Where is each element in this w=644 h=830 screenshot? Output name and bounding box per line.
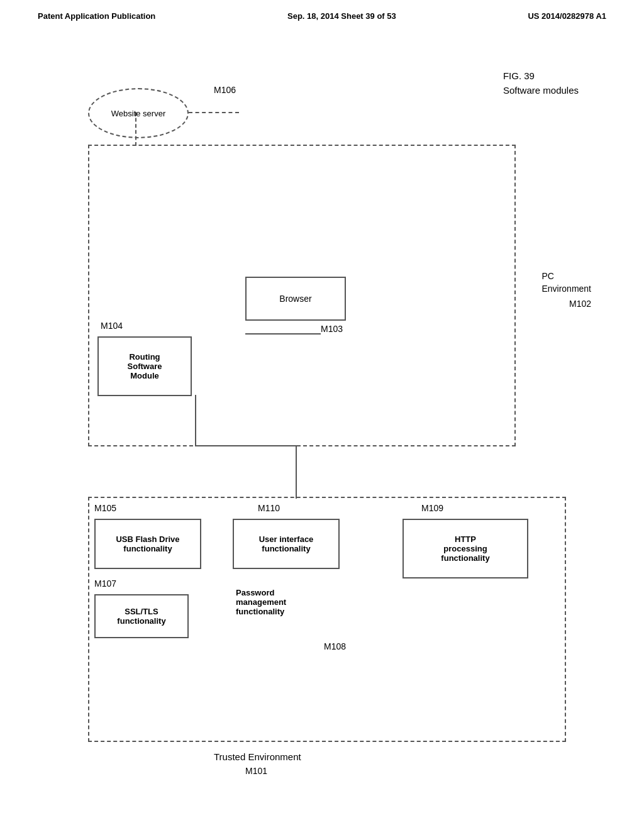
m110-label: M110 bbox=[258, 503, 280, 513]
ui-label: User interfacefunctionality bbox=[259, 534, 314, 553]
browser-box: Browser bbox=[245, 277, 346, 321]
m105-label: M105 bbox=[94, 503, 116, 513]
http-label: HTTPprocessingfunctionality bbox=[441, 534, 489, 563]
header-right: US 2014/0282978 A1 bbox=[528, 11, 606, 21]
routing-label: RoutingSoftwareModule bbox=[128, 352, 162, 380]
m103-line bbox=[245, 333, 321, 335]
m108-label: M108 bbox=[324, 641, 346, 651]
m107-label: M107 bbox=[94, 578, 116, 589]
m104-label: M104 bbox=[101, 321, 123, 331]
ssl-tls-box: SSL/TLSfunctionality bbox=[94, 594, 189, 638]
connector-vertical bbox=[296, 445, 297, 499]
usb-flash-drive-box: USB Flash Drivefunctionality bbox=[94, 519, 201, 569]
page-header: Patent Application Publication Sep. 18, … bbox=[0, 0, 644, 21]
m102-label: M102 bbox=[569, 299, 591, 309]
connector-h1 bbox=[195, 445, 296, 446]
header-left: Patent Application Publication bbox=[38, 11, 155, 21]
browser-label: Browser bbox=[279, 294, 311, 304]
pc-env-text: PCEnvironment bbox=[541, 270, 591, 295]
user-interface-box: User interfacefunctionality bbox=[233, 519, 340, 569]
website-server-ellipse: Website server bbox=[88, 88, 189, 138]
m106-dashed-line bbox=[189, 112, 239, 113]
password-label: Passwordmanagementfunctionality bbox=[236, 588, 286, 616]
dashed-conn-top bbox=[135, 112, 136, 146]
m101-label: M101 bbox=[245, 766, 267, 776]
pc-env-label: PCEnvironment bbox=[541, 270, 591, 295]
m109-label: M109 bbox=[421, 503, 443, 513]
connector-v1 bbox=[195, 395, 196, 446]
trusted-env-label: Trusted Environment bbox=[214, 751, 301, 762]
routing-software-module-box: RoutingSoftwareModule bbox=[97, 336, 192, 396]
ssl-label: SSL/TLSfunctionality bbox=[117, 607, 165, 626]
password-management-box: Passwordmanagementfunctionality bbox=[233, 585, 340, 645]
website-server-label: Website server bbox=[111, 109, 165, 118]
usb-label: USB Flash Drivefunctionality bbox=[116, 534, 179, 553]
fig-subtitle: Software modules bbox=[503, 84, 579, 98]
header-middle: Sep. 18, 2014 Sheet 39 of 53 bbox=[287, 11, 396, 21]
fig-label: FIG. 39 Software modules bbox=[503, 69, 579, 97]
http-processing-box: HTTPprocessingfunctionality bbox=[402, 519, 528, 578]
fig-title: FIG. 39 bbox=[503, 69, 579, 84]
m106-label: M106 bbox=[214, 85, 236, 95]
m103-label: M103 bbox=[321, 324, 343, 334]
trusted-env-text: Trusted Environment bbox=[214, 751, 301, 762]
diagram-area: FIG. 39 Software modules Website server … bbox=[38, 38, 604, 817]
